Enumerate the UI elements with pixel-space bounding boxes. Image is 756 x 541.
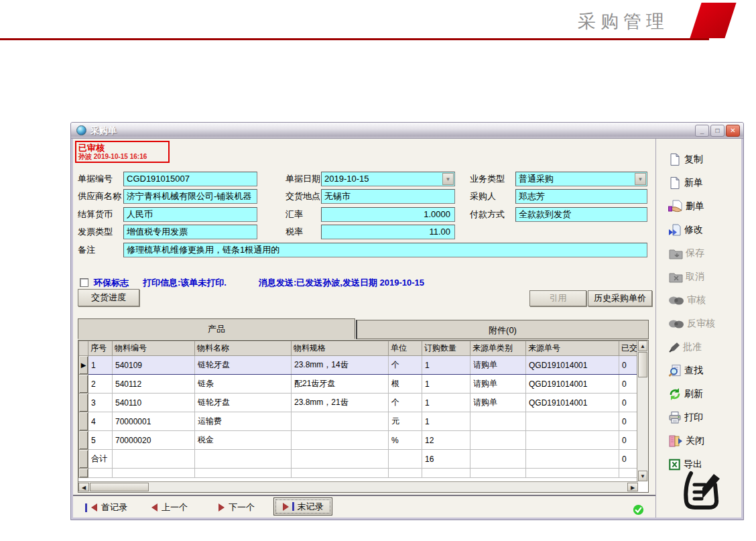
row-selector[interactable]: ▶ <box>79 356 88 375</box>
cell[interactable]: 合计 <box>88 450 113 469</box>
hscroll-thumb[interactable] <box>90 483 149 491</box>
copy-button[interactable]: 复制 <box>668 152 743 168</box>
cell[interactable] <box>389 450 422 469</box>
first-record-button[interactable]: 首记录 <box>85 500 127 515</box>
cell[interactable]: 23.8mm，14齿 <box>292 356 389 375</box>
cell[interactable]: 3 <box>88 394 113 412</box>
cell[interactable]: 根 <box>389 375 422 394</box>
vscroll-thumb[interactable] <box>638 352 647 377</box>
cell[interactable]: 0 <box>619 431 639 450</box>
cell[interactable]: 1 <box>422 394 470 412</box>
delivery-progress-button[interactable]: 交货进度 <box>78 289 139 306</box>
currency-field[interactable]: 人民币 <box>123 207 257 222</box>
cell[interactable]: 0 <box>619 356 639 375</box>
close-button[interactable]: ✕ <box>726 125 740 137</box>
cell[interactable]: QGD191014001 <box>526 394 619 412</box>
cell[interactable] <box>470 450 526 469</box>
cell[interactable]: 请购单 <box>470 356 526 375</box>
remark-field[interactable]: 修理梳草机维修更换用，链条1根通用的 <box>123 243 647 257</box>
cell[interactable]: QGD191014001 <box>526 356 619 375</box>
audit-button[interactable]: 审核 <box>668 292 743 308</box>
last-record-button[interactable]: 末记录 <box>273 497 332 516</box>
cell[interactable]: 配21齿牙盘 <box>292 375 389 394</box>
new-order-button[interactable]: 新单 <box>668 175 743 191</box>
cell[interactable] <box>195 450 292 469</box>
cell[interactable] <box>389 469 422 478</box>
find-button[interactable]: 查找 <box>668 363 743 379</box>
cell[interactable]: 540110 <box>113 394 195 412</box>
cell[interactable]: 0 <box>619 412 639 431</box>
eco-label-checkbox[interactable] <box>80 278 88 287</box>
cell[interactable]: 70000001 <box>113 412 195 431</box>
cell[interactable]: QGD191014001 <box>526 375 619 394</box>
doc-date-field[interactable]: 2019-10-15 ▼ <box>321 172 455 186</box>
chevron-down-icon[interactable]: ▼ <box>635 173 646 185</box>
purchaser-field[interactable]: 郑志芳 <box>515 189 647 204</box>
cell[interactable]: 4 <box>88 412 113 431</box>
cell[interactable]: 70000020 <box>113 431 195 450</box>
cell[interactable]: 0 <box>619 450 639 469</box>
cell[interactable] <box>195 469 292 478</box>
row-selector[interactable] <box>79 431 88 450</box>
cell[interactable]: 1 <box>422 375 470 394</box>
horizontal-scrollbar[interactable]: ◀ ▶ <box>78 481 638 492</box>
tab-attachments[interactable]: 附件(0) <box>356 320 649 339</box>
cancel-button[interactable]: 取消 <box>668 269 743 285</box>
cell[interactable]: 税金 <box>195 431 292 450</box>
close-window-button[interactable]: 关闭 <box>668 433 743 449</box>
cell[interactable]: 2 <box>88 375 113 394</box>
cell[interactable]: % <box>389 431 422 450</box>
cell[interactable]: 请购单 <box>470 375 526 394</box>
cell[interactable] <box>292 469 389 478</box>
cell[interactable]: 1 <box>88 356 113 375</box>
cell[interactable]: 个 <box>389 394 422 412</box>
unaudit-button[interactable]: 反审核 <box>668 316 743 332</box>
prev-record-button[interactable]: 上一个 <box>151 500 188 515</box>
cell[interactable]: 个 <box>389 356 422 375</box>
cell[interactable] <box>292 412 389 431</box>
cell[interactable] <box>470 412 526 431</box>
invoice-type-field[interactable]: 增值税专用发票 <box>123 225 257 239</box>
cell[interactable] <box>113 450 195 469</box>
scroll-up-icon[interactable]: ▲ <box>638 341 647 351</box>
payment-method-field[interactable]: 全款款到发货 <box>515 207 647 222</box>
cell[interactable] <box>88 469 113 478</box>
cell[interactable]: 0 <box>619 394 639 412</box>
cell[interactable]: 链轮牙盘 <box>195 356 292 375</box>
delivery-place-field[interactable]: 无锡市 <box>321 189 455 204</box>
supplier-field[interactable]: 济宁青科机械有限公司-铺装机器 <box>123 189 257 204</box>
cell[interactable] <box>470 431 526 450</box>
row-selector[interactable] <box>79 375 88 394</box>
cell[interactable] <box>619 469 639 478</box>
cell[interactable]: 12 <box>422 431 470 450</box>
cell[interactable] <box>526 412 619 431</box>
row-selector[interactable] <box>79 394 88 412</box>
cell[interactable]: 运输费 <box>195 412 292 431</box>
quote-button[interactable]: 引用 <box>529 290 586 306</box>
cell[interactable]: 5 <box>88 431 113 450</box>
cell[interactable] <box>470 469 526 478</box>
row-selector[interactable] <box>79 450 88 469</box>
delete-order-button[interactable]: 删单 <box>668 198 743 215</box>
scroll-left-icon[interactable]: ◀ <box>78 483 89 491</box>
cell[interactable] <box>292 431 389 450</box>
scroll-down-icon[interactable]: ▼ <box>638 471 647 481</box>
modify-button[interactable]: 修改 <box>668 222 743 238</box>
cell[interactable]: 元 <box>389 412 422 431</box>
print-button[interactable]: 打印 <box>668 410 743 426</box>
tab-products[interactable]: 产品 <box>78 318 355 339</box>
cell[interactable]: 23.8mm，21齿 <box>292 394 389 412</box>
cell[interactable]: 1 <box>422 356 470 375</box>
save-button[interactable]: 保存 <box>668 245 743 261</box>
cell[interactable] <box>526 431 619 450</box>
approve-button[interactable]: 批准 <box>668 339 743 355</box>
minimize-button[interactable]: _ <box>695 125 709 137</box>
tax-rate-field[interactable]: 11.00 <box>321 225 455 239</box>
cell[interactable]: 540112 <box>113 375 195 394</box>
refresh-button[interactable]: 刷新 <box>668 386 743 402</box>
cell[interactable] <box>422 469 470 478</box>
maximize-button[interactable]: □ <box>710 125 724 137</box>
cell[interactable]: 540109 <box>113 356 195 375</box>
cell[interactable]: 请购单 <box>470 394 526 412</box>
scroll-right-icon[interactable]: ▶ <box>627 483 638 491</box>
